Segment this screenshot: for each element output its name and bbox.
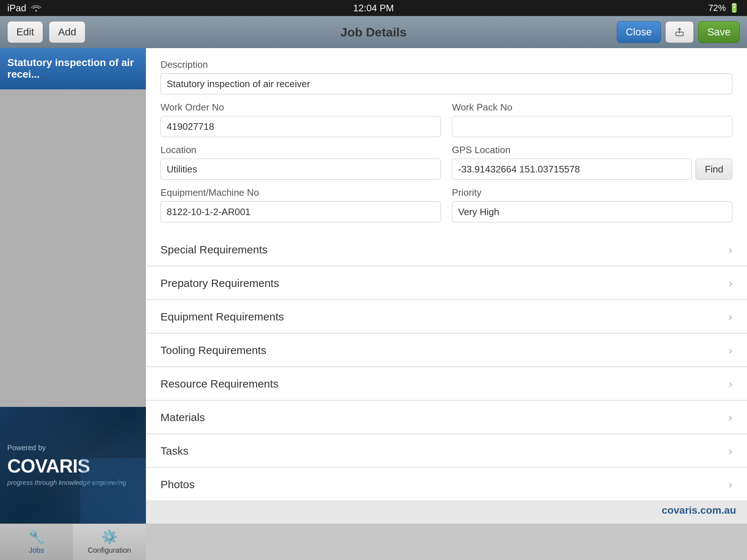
section-label: Tooling Requirements [160,344,266,357]
sidebar-item-label: Statutory inspection of air recei... [7,57,134,80]
work-pack-input[interactable] [452,116,732,137]
equipment-row: Equipment/Machine No Priority [160,187,732,222]
section-row[interactable]: Resource Requirements › [146,368,747,400]
equipment-col: Equipment/Machine No [160,187,441,222]
status-left: iPad [7,3,42,14]
form-area: Description Work Order No Work Pack No L… [146,48,747,233]
time-display: 12:04 PM [353,3,394,14]
covaris-brand: Powered by COVARIS progress through know… [0,407,146,524]
find-button[interactable]: Find [696,159,732,180]
location-input[interactable] [160,159,441,180]
description-field: Description [160,59,732,94]
work-pack-col: Work Pack No [452,102,732,137]
tab-jobs[interactable]: 🔧 Jobs [0,524,73,560]
chevron-right-icon: › [729,277,732,289]
detail-pane: Description Work Order No Work Pack No L… [146,48,747,524]
battery-icon: 🔋 [729,3,740,13]
chevron-right-icon: › [729,411,732,424]
section-row[interactable]: Prepatory Requirements › [146,267,747,300]
tab-jobs-label: Jobs [29,546,44,555]
status-right: 72% 🔋 [708,3,740,13]
gps-label: GPS Location [452,144,732,156]
wifi-icon [31,3,42,14]
section-label: Special Requirements [160,244,267,256]
section-label: Tasks [160,445,189,457]
chevron-right-icon: › [729,478,732,491]
gps-col: GPS Location Find [452,144,732,180]
covaris-tagline: progress through knowledge engineering [7,479,139,487]
section-row[interactable]: Equipment Requirements › [146,300,747,333]
chevron-right-icon: › [729,445,732,457]
section-row[interactable]: Special Requirements › [146,233,747,266]
tab-bar: 🔧 Jobs ⚙️ Configuration [0,524,146,560]
location-label: Location [160,144,441,156]
save-button[interactable]: Save [698,21,740,43]
chevron-right-icon: › [729,311,732,323]
location-col: Location [160,144,441,180]
priority-col: Priority [452,187,732,222]
powered-by-label: Powered by [7,444,139,452]
section-row[interactable]: Materials › [146,401,747,434]
priority-input[interactable] [452,201,732,222]
equipment-label: Equipment/Machine No [160,187,441,198]
config-icon: ⚙️ [101,529,118,545]
sidebar: Statutory inspection of air recei... Pow… [0,48,146,524]
battery-label: 72% [708,3,726,13]
work-order-input[interactable] [160,116,441,137]
chevron-right-icon: › [729,244,732,256]
covaris-watermark: covaris.com.au [662,505,736,516]
toolbar-title: Job Details [340,25,406,39]
equipment-input[interactable] [160,201,441,222]
section-label: Materials [160,411,205,424]
section-row[interactable]: Tasks › [146,435,747,467]
section-label: Prepatory Requirements [160,277,279,289]
toolbar: Edit Add Job Details Close Save [0,16,747,48]
section-label: Photos [160,478,194,491]
status-bar: iPad 12:04 PM 72% 🔋 [0,0,747,16]
priority-label: Priority [452,187,732,198]
section-label: Equipment Requirements [160,311,284,323]
tab-config-label: Configuration [88,546,131,555]
share-button[interactable] [665,21,694,43]
ipad-label: iPad [7,3,26,14]
description-label: Description [160,59,732,70]
location-row: Location GPS Location Find [160,144,732,180]
section-label: Resource Requirements [160,378,278,390]
main-layout: Statutory inspection of air recei... Pow… [0,48,747,524]
work-order-col: Work Order No [160,102,441,137]
work-pack-label: Work Pack No [452,102,732,113]
work-order-row: Work Order No Work Pack No [160,102,732,137]
sections-list: Special Requirements › Prepatory Require… [146,233,747,501]
close-button[interactable]: Close [617,21,661,43]
gps-row: Find [452,159,732,180]
add-button[interactable]: Add [49,21,85,43]
section-row[interactable]: Photos › [146,468,747,501]
chevron-right-icon: › [729,344,732,357]
sidebar-item-job[interactable]: Statutory inspection of air recei... [0,48,146,89]
gps-input[interactable] [452,159,692,180]
edit-button[interactable]: Edit [7,21,43,43]
section-row[interactable]: Tooling Requirements › [146,334,747,367]
chevron-right-icon: › [729,378,732,390]
work-order-label: Work Order No [160,102,441,113]
toolbar-right: Close Save [617,21,740,43]
tab-configuration[interactable]: ⚙️ Configuration [73,524,146,560]
jobs-icon: 🔧 [28,529,45,545]
covaris-logo: COVARIS [7,455,139,477]
description-input[interactable] [160,73,732,94]
